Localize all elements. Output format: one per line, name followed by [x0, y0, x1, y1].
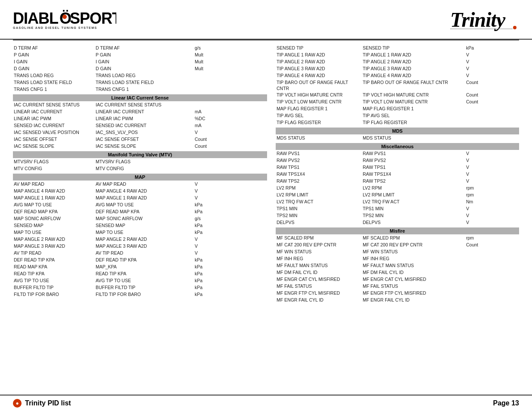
table-row: AV MAP READ AV MAP READ V — [13, 181, 267, 188]
svg-text:GASOLINE AND DIESEL TUNING SYS: GASOLINE AND DIESEL TUNING SYSTEMS — [13, 26, 97, 29]
table-row: MTVSRV FLAGS MTVSRV FLAGS — [13, 159, 267, 165]
table-row: READ MAP KPA MAP_KPA kPa — [13, 264, 267, 271]
footer: ● Trinity PID list Page 13 — [0, 395, 532, 411]
table-row: MF SCALED RPM MF SCALED RPM rpm — [276, 235, 519, 242]
header: DIABL Ö SPORT GASOLINE AND DIESEL TUNING… — [0, 0, 532, 40]
footer-label: Trinity PID list — [25, 399, 71, 407]
trinity-logo: Trinity — [450, 4, 519, 37]
table-row: RAW TPS1X4 RAW TPS1X4 V — [276, 171, 519, 178]
table-row: TIP ANGLE 2 RAW A2D TIP ANGLE 2 RAW A2D … — [276, 59, 519, 65]
table-row: BUFFER FILTD TIP BUFFER FILTD TIP kPa — [13, 284, 267, 291]
table-row: DELPVS DELPVS V — [276, 219, 519, 226]
table-row: MTV CONFIG MTV CONFIG — [13, 165, 267, 172]
table-row: MDS STATUS MDS STATUS — [276, 135, 519, 142]
table-row: AVG TIP TO USE AVG TIP TO USE kPa — [13, 277, 267, 284]
table-row: DEF READ MAP KPA DEF READ MAP KPA kPa — [13, 209, 267, 215]
table-row: MAP SONIC AIRFLOW MAP SONIC AIRFLOW g/s — [13, 215, 267, 222]
section-mds-header: MDS — [276, 128, 519, 134]
table-row: DEF READ TIP KPA DEF READ TIP KPA kPa — [13, 257, 267, 264]
table-row: FILTD TIP FOR BARO FILTD TIP FOR BARO kP… — [13, 291, 267, 298]
after-baro-rows: TIP VOLT HIGH MATURE CNTR TIP VOLT HIGH … — [276, 92, 519, 126]
table-row: MF DM FAIL CYL ID MF DM FAIL CYL ID — [276, 269, 519, 276]
footer-page: Page 13 — [493, 399, 519, 407]
table-row: P GAIN P GAIN Mult — [13, 52, 267, 59]
table-row: MAP ANGLE 1 RAW A2D MAP ANGLE 1 RAW A2D … — [13, 195, 267, 202]
section-misc-header: Miscellaneous — [276, 143, 519, 150]
svg-text:Trinity: Trinity — [450, 8, 506, 31]
table-row: MF ENGR FTP CYL MISFIRED MF ENGR FTP CYL… — [276, 290, 519, 297]
table-row: TIP VOLT LOW MATURE CNTR TIP VOLT LOW MA… — [276, 99, 519, 106]
table-row: TIP ANGLE 1 RAW A2D TIP ANGLE 1 RAW A2D … — [276, 52, 519, 59]
table-row: RAW TPS2 RAW TPS2 V — [276, 178, 519, 185]
table-row: MAP ANGLE 4 RAW A2D MAP ANGLE 4 RAW A2D … — [13, 188, 267, 195]
table-row: MAP FLAG REGISTER 1 MAP FLAG REGISTER 1 — [276, 106, 519, 112]
table-row: TRANS LOAD REG TRANS LOAD REG — [13, 72, 267, 79]
main-content: D TERM AF D TERM AF g/s P GAIN P GAIN Mu… — [0, 40, 532, 308]
table-row: MF CAT 200 REV EPP CNTR MF CAT 200 REV E… — [276, 242, 519, 249]
table-row: TIP FLAG REGISTER TIP FLAG REGISTER — [276, 119, 519, 126]
table-row: I GAIN I GAIN Mult — [13, 59, 267, 65]
section-mtv-header: Manifold Tuning Valve (MTV) — [13, 151, 267, 158]
logo-left: DIABL Ö SPORT GASOLINE AND DIESEL TUNING… — [13, 7, 116, 34]
table-row: TRANS LOAD STATE FIELD TRANS LOAD STATE … — [13, 79, 267, 86]
table-row: LINEAR IAC CURRENT LINEAR IAC CURRENT mA — [13, 109, 267, 115]
map-rows: AV MAP READ AV MAP READ V MAP ANGLE 4 RA… — [13, 181, 267, 298]
table-row: MAP TO USE MAP TO USE kPa — [13, 229, 267, 236]
table-row: RAW TPS1 RAW TPS1 V — [276, 164, 519, 171]
table-row: READ TIP KPA READ TIP KPA kPa — [13, 271, 267, 277]
footer-left: ● Trinity PID list — [13, 399, 71, 408]
table-row: IAC SENSE OFFSET IAC SENSE OFFSET Count — [13, 136, 267, 143]
table-row: LV2 RPM LV2 RPM rpm — [276, 185, 519, 192]
svg-point-3 — [62, 15, 67, 19]
table-row: RAW PVS2 RAW PVS2 V — [276, 157, 519, 164]
table-row: LV2 TRQ FW ACT LV2 TRQ FW ACT Nm — [276, 199, 519, 206]
table-row: MF WIN STATUS MF WIN STATUS — [276, 249, 519, 255]
table-row: TIP ANGLE 3 RAW A2D TIP ANGLE 3 RAW A2D … — [276, 65, 519, 72]
table-row: MF FAIL STATUS MF FAIL STATUS — [276, 283, 519, 290]
misc-rows: RAW PVS1 RAW PVS1 V RAW PVS2 RAW PVS2 V … — [276, 150, 519, 226]
right-column: SENSED TIP SENSED TIP kPa TIP ANGLE 1 RA… — [276, 45, 519, 304]
svg-point-7 — [513, 26, 516, 29]
section-map-header: MAP — [13, 174, 267, 181]
table-row: MF FAULT MAN STATUS MF FAULT MAN STATUS — [276, 262, 519, 269]
section-misfire-header: Misfire — [276, 227, 519, 234]
table-row: D GAIN D GAIN Mult — [13, 65, 267, 72]
table-row: RAW PVS1 RAW PVS1 V — [276, 150, 519, 157]
mtv-rows: MTVSRV FLAGS MTVSRV FLAGS MTV CONFIG MTV… — [13, 159, 267, 172]
misfire-rows: MF SCALED RPM MF SCALED RPM rpm MF CAT 2… — [276, 235, 519, 304]
table-row: MF INH REG MF INH REG — [276, 255, 519, 262]
iac-rows: IAC CURRENT SENSE STATUS IAC CURRENT SEN… — [13, 102, 267, 150]
table-row: MAP ANGLE 2 RAW A2D MAP ANGLE 2 RAW A2D … — [13, 236, 267, 243]
table-row: MF ENGR CAT CYL MISFIRED MF ENGR CAT CYL… — [276, 276, 519, 283]
svg-text:SPORT: SPORT — [70, 9, 116, 27]
table-row: TIP AVG SEL TIP AVG SEL — [276, 112, 519, 119]
table-row-baro: TIP BARO OUT OF RANGE FAULT CNTR TIP BAR… — [276, 79, 519, 92]
left-column: D TERM AF D TERM AF g/s P GAIN P GAIN Mu… — [13, 45, 267, 304]
table-row: AV TIP READ AV TIP READ V — [13, 250, 267, 257]
svg-text:DIABL: DIABL — [13, 9, 58, 27]
table-row: AVG MAP TO USE AVG MAP TO USE kPa — [13, 202, 267, 209]
table-row: TPS1 MIN TPS1 MIN V — [276, 206, 519, 212]
top-rows-left: D TERM AF D TERM AF g/s P GAIN P GAIN Mu… — [13, 45, 267, 93]
table-row: SENSED TIP SENSED TIP kPa — [276, 45, 519, 52]
table-row: D TERM AF D TERM AF g/s — [13, 45, 267, 52]
section-iac-header: Linear IAC Current Sense — [13, 94, 267, 101]
table-row: IAC SENSED VALVE POSITION IAC_SNS_VLV_PO… — [13, 129, 267, 136]
diablosport-logo: DIABL Ö SPORT GASOLINE AND DIESEL TUNING… — [13, 7, 116, 34]
table-row: LINEAR IAC PWM LINEAR IAC PWM %DC — [13, 115, 267, 122]
table-row: TPS2 MIN TPS2 MIN V — [276, 212, 519, 219]
top-rows-right: SENSED TIP SENSED TIP kPa TIP ANGLE 1 RA… — [276, 45, 519, 79]
table-row: SENSED IAC CURRENT SENSED IAC CURRENT mA — [13, 122, 267, 129]
table-row: IAC CURRENT SENSE STATUS IAC CURRENT SEN… — [13, 102, 267, 109]
table-row: TRANS CNFG 1 TRANS CNFG 1 — [13, 86, 267, 93]
table-row: IAC SENSE SLOPE IAC SENSE SLOPE Count — [13, 143, 267, 150]
table-row: MF ENGR FAIL CYL ID MF ENGR FAIL CYL ID — [276, 297, 519, 304]
footer-icon: ● — [13, 399, 22, 408]
table-row: LV2 RPM LIMIT LV2 RPM LIMIT rpm — [276, 192, 519, 199]
table-row: TIP ANGLE 4 RAW A2D TIP ANGLE 4 RAW A2D … — [276, 72, 519, 79]
table-row: SENSED MAP SENSED MAP kPa — [13, 222, 267, 229]
mds-rows: MDS STATUS MDS STATUS — [276, 135, 519, 142]
table-row: MAP ANGLE 3 RAW A2D MAP ANGLE 3 RAW A2D … — [13, 243, 267, 250]
table-row: TIP VOLT HIGH MATURE CNTR TIP VOLT HIGH … — [276, 92, 519, 99]
